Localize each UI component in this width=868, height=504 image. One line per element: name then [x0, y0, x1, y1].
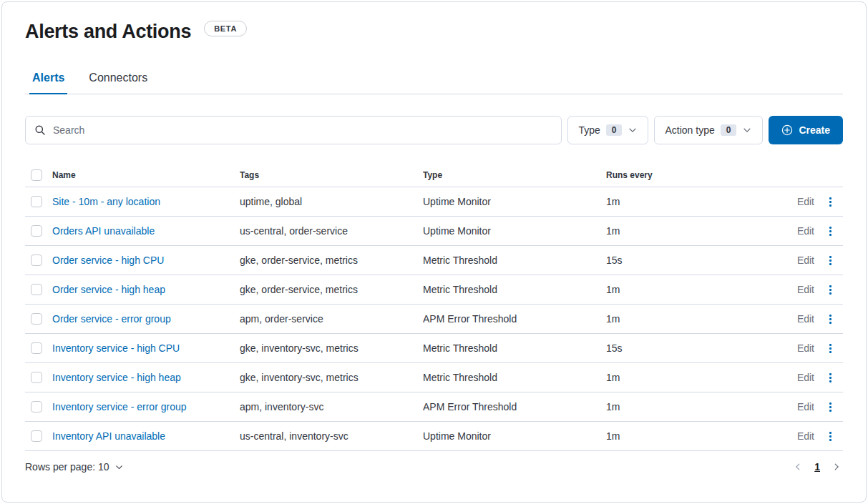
- plus-in-circle-icon: [781, 124, 793, 136]
- alert-runs-every: 1m: [606, 430, 774, 442]
- alert-name-link[interactable]: Order service - error group: [52, 313, 171, 325]
- row-actions-kebab-icon[interactable]: [821, 281, 839, 298]
- alert-runs-every: 1m: [606, 225, 774, 237]
- row-actions-kebab-icon[interactable]: [821, 222, 839, 239]
- create-button-label: Create: [799, 124, 830, 136]
- table-row: Inventory service - high CPU gke, invent…: [25, 334, 843, 363]
- row-checkbox[interactable]: [31, 284, 42, 295]
- select-all-checkbox[interactable]: [31, 169, 42, 181]
- alert-tags: us-central, order-service: [240, 225, 423, 237]
- rows-per-page-label: Rows per page: 10: [25, 461, 109, 473]
- table-row: Inventory service - error group apm, inv…: [25, 392, 843, 422]
- alert-runs-every: 15s: [606, 342, 774, 354]
- tab-alerts[interactable]: Alerts: [29, 64, 67, 94]
- alert-tags: apm, order-service: [240, 313, 423, 325]
- table-row: Order service - high CPU gke, order-serv…: [25, 246, 843, 275]
- alert-runs-every: 15s: [606, 255, 774, 266]
- alert-name-link[interactable]: Order service - high CPU: [52, 255, 164, 266]
- previous-page-button[interactable]: [791, 460, 804, 473]
- table-row: Order service - high heap gke, order-ser…: [25, 275, 843, 305]
- chevron-down-icon: [114, 463, 124, 472]
- alert-name-link[interactable]: Inventory service - error group: [52, 401, 187, 412]
- row-checkbox[interactable]: [31, 401, 42, 412]
- alert-type: APM Error Threshold: [423, 401, 606, 412]
- row-checkbox[interactable]: [31, 255, 42, 266]
- row-checkbox[interactable]: [31, 430, 42, 442]
- alert-name-link[interactable]: Inventory service - high heap: [52, 372, 181, 383]
- row-actions-kebab-icon[interactable]: [821, 340, 839, 357]
- table-footer: Rows per page: 10 1: [25, 460, 843, 473]
- alert-tags: gke, order-service, metrics: [240, 255, 423, 266]
- toolbar: Type 0 Action type 0 Create: [25, 116, 843, 144]
- type-filter-button[interactable]: Type 0: [567, 116, 648, 144]
- alert-name-link[interactable]: Inventory API unavailable: [52, 430, 165, 442]
- edit-link[interactable]: Edit: [797, 430, 814, 442]
- edit-link[interactable]: Edit: [797, 255, 814, 266]
- alert-type: Uptime Monitor: [423, 430, 606, 442]
- edit-link[interactable]: Edit: [797, 284, 814, 295]
- alert-tags: gke, inventory-svc, metrics: [240, 342, 423, 354]
- row-actions-kebab-icon[interactable]: [821, 369, 839, 386]
- action-type-filter-button[interactable]: Action type 0: [654, 116, 763, 144]
- alert-type: APM Error Threshold: [423, 313, 606, 325]
- row-checkbox[interactable]: [31, 196, 42, 207]
- table-body: Site - 10m - any location uptime, global…: [25, 187, 843, 451]
- alert-tags: uptime, global: [240, 196, 423, 207]
- chevron-down-icon: [742, 125, 752, 135]
- row-checkbox[interactable]: [31, 225, 42, 237]
- action-type-filter-label: Action type: [665, 124, 714, 136]
- row-actions-kebab-icon[interactable]: [821, 398, 839, 415]
- type-filter-label: Type: [578, 124, 600, 136]
- edit-link[interactable]: Edit: [797, 401, 814, 412]
- tabs: Alerts Connectors: [25, 64, 843, 94]
- pagination: 1: [791, 460, 843, 473]
- edit-link[interactable]: Edit: [797, 342, 814, 354]
- row-actions-kebab-icon[interactable]: [821, 310, 839, 327]
- beta-badge: BETA: [204, 21, 247, 36]
- alerts-table: Name Tags Type Runs every Site - 10m - a…: [25, 163, 843, 451]
- table-row: Order service - error group apm, order-s…: [25, 305, 843, 334]
- edit-link[interactable]: Edit: [797, 196, 814, 207]
- table-header-row: Name Tags Type Runs every: [25, 163, 843, 187]
- row-actions-kebab-icon[interactable]: [821, 193, 839, 210]
- page-number-1[interactable]: 1: [814, 461, 820, 473]
- column-header-runs-every: Runs every: [606, 170, 774, 180]
- table-row: Orders API unavailable us-central, order…: [25, 217, 843, 246]
- alert-tags: gke, order-service, metrics: [240, 284, 423, 295]
- alert-name-link[interactable]: Orders API unavailable: [52, 225, 155, 237]
- alert-type: Metric Threshold: [423, 372, 606, 383]
- edit-link[interactable]: Edit: [797, 372, 814, 383]
- alert-type: Uptime Monitor: [423, 225, 606, 237]
- rows-per-page-button[interactable]: Rows per page: 10: [25, 461, 124, 473]
- edit-link[interactable]: Edit: [797, 225, 814, 237]
- next-page-button[interactable]: [830, 460, 843, 473]
- search-icon: [34, 124, 46, 136]
- alert-name-link[interactable]: Order service - high heap: [52, 284, 165, 295]
- search-box[interactable]: [25, 116, 562, 144]
- alert-runs-every: 1m: [606, 313, 774, 325]
- page-title: Alerts and Actions: [25, 21, 191, 43]
- page-header: Alerts and Actions BETA: [25, 21, 843, 43]
- create-button[interactable]: Create: [769, 116, 843, 144]
- alert-runs-every: 1m: [606, 372, 774, 383]
- row-checkbox[interactable]: [31, 313, 42, 325]
- row-checkbox[interactable]: [31, 372, 42, 383]
- alert-type: Metric Threshold: [423, 284, 606, 295]
- search-input[interactable]: [53, 124, 552, 136]
- column-header-name: Name: [52, 170, 240, 180]
- alert-name-link[interactable]: Inventory service - high CPU: [52, 342, 180, 354]
- alert-name-link[interactable]: Site - 10m - any location: [52, 196, 160, 207]
- alert-type: Uptime Monitor: [423, 196, 606, 207]
- row-checkbox[interactable]: [31, 342, 42, 354]
- table-row: Inventory service - high heap gke, inven…: [25, 363, 843, 392]
- tab-connectors[interactable]: Connectors: [86, 64, 150, 94]
- page-panel: Alerts and Actions BETA Alerts Connector…: [1, 1, 867, 503]
- column-header-type: Type: [423, 170, 606, 180]
- row-actions-kebab-icon[interactable]: [821, 428, 839, 445]
- row-actions-kebab-icon[interactable]: [821, 252, 839, 269]
- action-type-filter-count-badge: 0: [721, 124, 737, 136]
- alert-runs-every: 1m: [606, 284, 774, 295]
- edit-link[interactable]: Edit: [797, 313, 814, 325]
- table-row: Site - 10m - any location uptime, global…: [25, 187, 843, 217]
- alert-runs-every: 1m: [606, 196, 774, 207]
